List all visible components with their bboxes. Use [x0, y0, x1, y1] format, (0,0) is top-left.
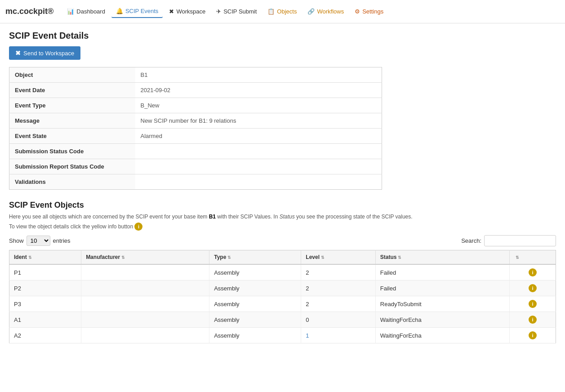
table-row: P3 Assembly 2 ReadyToSubmit i [9, 296, 556, 312]
scip-submit-nav-label: SCIP Submit [223, 8, 257, 15]
detail-value: B1 [135, 67, 382, 83]
base-item: B1 [209, 214, 216, 220]
workspace-nav-icon: ✖ [169, 8, 174, 15]
table-row: A1 Assembly 0 WaitingForEcha i [9, 312, 556, 328]
detail-row: Validations [9, 174, 382, 190]
cell-status: ReadyToSubmit [375, 296, 509, 312]
search-input[interactable] [484, 235, 556, 246]
show-label: Show [9, 237, 24, 244]
data-table: Ident⇅Manufacturer⇅Type⇅Level⇅Status⇅⇅ P… [9, 250, 556, 343]
col-header-status[interactable]: Status⇅ [375, 250, 509, 265]
logo-text: mc.cockpit® [5, 7, 53, 16]
nav-item-dashboard[interactable]: 📊Dashboard [62, 5, 110, 18]
col-label-level: Level [306, 254, 320, 260]
scip-submit-nav-icon: ✈ [216, 8, 221, 15]
nav-item-workspace[interactable]: ✖Workspace [165, 5, 210, 18]
cell-action[interactable]: i [510, 296, 556, 312]
nav-item-objects[interactable]: 📋Objects [263, 5, 301, 18]
entries-select[interactable]: 10 25 50 100 [27, 236, 50, 246]
table-header: Ident⇅Manufacturer⇅Type⇅Level⇅Status⇅⇅ [9, 250, 556, 265]
col-header-ident[interactable]: Ident⇅ [9, 250, 81, 265]
objects-section-desc2: To view the object details click the yel… [9, 223, 556, 231]
table-controls: Show 10 25 50 100 entries Search: [9, 235, 556, 246]
level-value: 2 [306, 285, 309, 292]
cell-type: Assembly [209, 296, 301, 312]
cell-level: 2 [301, 281, 375, 296]
detail-label: Message [9, 113, 135, 129]
cell-level: 1 [301, 328, 375, 343]
col-label-ident: Ident [14, 254, 27, 260]
send-to-workspace-button[interactable]: ✖ Send to Workspace [9, 46, 80, 60]
level-value: 2 [306, 269, 309, 276]
detail-row: Submission Status Code [9, 144, 382, 159]
level-value: 2 [306, 301, 309, 307]
level-link[interactable]: 1 [306, 332, 309, 339]
cell-manufacturer [81, 264, 209, 281]
cell-ident: P1 [9, 264, 81, 281]
col-header-level[interactable]: Level⇅ [301, 250, 375, 265]
nav-item-settings[interactable]: ⚙Settings [350, 5, 388, 18]
objects-section-desc: Here you see all objects which are conce… [9, 213, 556, 221]
detail-label: Submission Status Code [9, 144, 135, 159]
row-info-icon[interactable]: i [529, 300, 537, 308]
settings-nav-icon: ⚙ [355, 8, 360, 15]
col-label-type: Type [214, 254, 226, 260]
row-info-icon[interactable]: i [529, 268, 537, 276]
level-value: 0 [306, 316, 309, 323]
col-label-manufacturer: Manufacturer [86, 254, 120, 260]
logo: mc.cockpit® [5, 7, 53, 16]
cell-action[interactable]: i [510, 281, 556, 296]
detail-label: Validations [9, 174, 135, 190]
entries-label: entries [53, 237, 71, 244]
sort-icon-level: ⇅ [321, 255, 325, 260]
info-icon-example: i [134, 223, 142, 231]
page-title: SCIP Event Details [9, 31, 556, 41]
dashboard-nav-icon: 📊 [67, 8, 74, 15]
cell-level: 2 [301, 296, 375, 312]
detail-row: MessageNew SCIP number for B1: 9 relatio… [9, 113, 382, 129]
desc-line2: To view the object details click the yel… [9, 223, 134, 230]
detail-value: 2021-09-02 [135, 83, 382, 98]
dashboard-nav-label: Dashboard [76, 8, 105, 15]
cell-manufacturer [81, 296, 209, 312]
cell-action[interactable]: i [510, 312, 556, 328]
nav-item-workflows[interactable]: 🔗Workflows [303, 5, 348, 18]
cell-level: 0 [301, 312, 375, 328]
scip-events-nav-label: SCIP Events [125, 8, 158, 14]
row-info-icon[interactable]: i [529, 331, 537, 339]
sort-icon-type: ⇅ [227, 255, 231, 260]
sort-icon-status: ⇅ [398, 255, 401, 260]
cell-action[interactable]: i [510, 264, 556, 281]
col-header-type[interactable]: Type⇅ [209, 250, 301, 265]
cell-type: Assembly [209, 281, 301, 296]
cell-manufacturer [81, 281, 209, 296]
cell-ident: A2 [9, 328, 81, 343]
cell-type: Assembly [209, 264, 301, 281]
workflows-nav-label: Workflows [317, 8, 344, 15]
col-header-manufacturer[interactable]: Manufacturer⇅ [81, 250, 209, 265]
cell-ident: A1 [9, 312, 81, 328]
cell-status: Failed [375, 264, 509, 281]
detail-value: New SCIP number for B1: 9 relations [135, 113, 382, 129]
row-info-icon[interactable]: i [529, 284, 537, 292]
search-box: Search: [461, 235, 556, 246]
detail-row: ObjectB1 [9, 67, 382, 83]
cell-level: 2 [301, 264, 375, 281]
nav-item-scip-events[interactable]: 🔔SCIP Events [111, 5, 163, 18]
nav-item-scip-submit[interactable]: ✈SCIP Submit [212, 5, 261, 18]
page-content: SCIP Event Details ✖ Send to Workspace O… [0, 23, 565, 351]
main-nav: mc.cockpit®📊Dashboard🔔SCIP Events✖Worksp… [0, 0, 565, 23]
row-info-icon[interactable]: i [529, 316, 537, 324]
detail-value: Alarmed [135, 129, 382, 144]
desc-part2: with their SCIP Values. In [216, 214, 280, 220]
cell-status: WaitingForEcha [375, 328, 509, 343]
table-row: P2 Assembly 2 Failed i [9, 281, 556, 296]
cell-action[interactable]: i [510, 328, 556, 343]
col-label-status: Status [380, 254, 397, 260]
status-italic: Status [280, 214, 295, 220]
cell-status: Failed [375, 281, 509, 296]
cell-type: Assembly [209, 312, 301, 328]
sort-icon-action: ⇅ [516, 255, 519, 260]
col-header-action[interactable]: ⇅ [510, 250, 556, 265]
detail-label: Event State [9, 129, 135, 144]
